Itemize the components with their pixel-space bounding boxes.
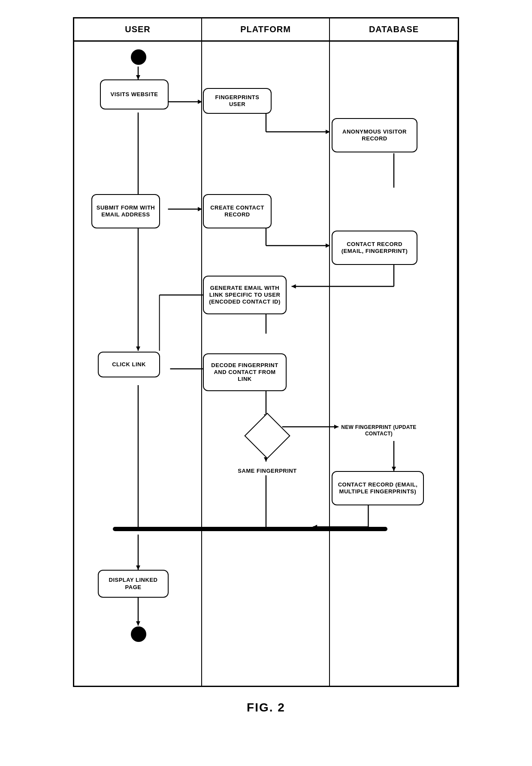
header-database: DATABASE xyxy=(330,18,458,40)
node-contact-record-2: CONTACT RECORD (EMAIL, MULTIPLE FINGERPR… xyxy=(332,471,424,505)
join-bar xyxy=(113,527,387,531)
node-anonymous-visitor: ANONYMOUS VISITOR RECORD xyxy=(332,118,417,152)
header-platform: PLATFORM xyxy=(202,18,330,40)
node-click-link: CLICK LINK xyxy=(98,352,160,377)
end-circle xyxy=(131,626,146,642)
node-visits-website: VISITS WEBSITE xyxy=(100,79,169,109)
header-user: USER xyxy=(74,18,202,40)
figure-label: FIG. 2 xyxy=(247,701,285,714)
header-row: USER PLATFORM DATABASE xyxy=(74,18,458,42)
node-contact-record-1: CONTACT RECORD (EMAIL, FINGERPRINT) xyxy=(332,231,417,265)
node-create-contact: CREATE CONTACT RECORD xyxy=(203,194,272,228)
swim-lanes: VISITS WEBSITE FINGERPRINTS USER ANONYMO… xyxy=(74,42,458,686)
start-circle xyxy=(131,49,146,65)
node-generate-email: GENERATE EMAIL WITH LINK SPECIFIC TO USE… xyxy=(203,276,287,314)
node-display-linked: DISPLAY LINKED PAGE xyxy=(98,570,169,598)
node-new-fingerprint: NEW FINGERPRINT (UPDATE CONTACT) xyxy=(334,419,424,442)
node-submit-form: SUBMIT FORM WITH EMAIL ADDRESS xyxy=(91,194,160,228)
node-decode-fingerprint: DECODE FINGERPRINT AND CONTACT FROM LINK xyxy=(203,353,287,391)
node-same-fingerprint: SAME FINGERPRINT xyxy=(220,462,314,480)
node-fingerprints-user: FINGERPRINTS USER xyxy=(203,88,272,114)
diagram-container: USER PLATFORM DATABASE xyxy=(73,17,459,687)
